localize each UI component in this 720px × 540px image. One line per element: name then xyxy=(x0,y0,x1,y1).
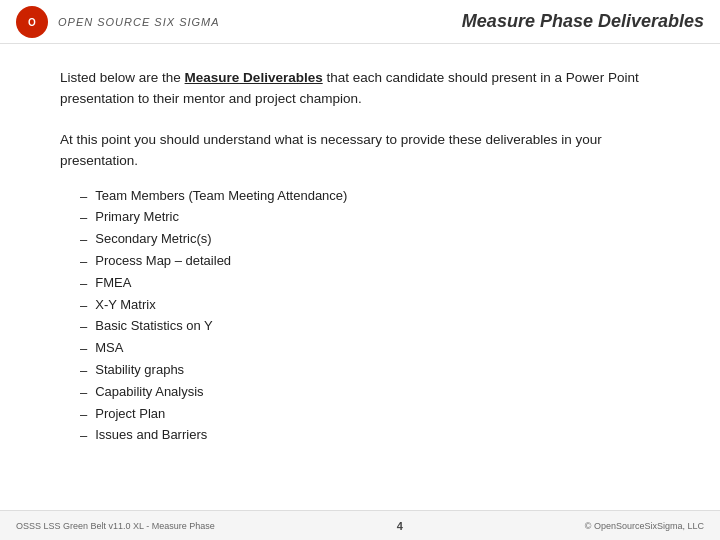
slide-title: Measure Phase Deliverables xyxy=(462,11,704,32)
svg-text:O: O xyxy=(28,17,36,28)
list-item-text: Secondary Metric(s) xyxy=(95,229,211,250)
bullet-dash-icon: – xyxy=(80,230,87,251)
list-item-text: MSA xyxy=(95,338,123,359)
footer-page-number: 4 xyxy=(397,520,403,532)
list-item-text: FMEA xyxy=(95,273,131,294)
intro-prefix: Listed below are the xyxy=(60,70,185,85)
header: O OPEN SOURCE SIX SIGMA Measure Phase De… xyxy=(0,0,720,44)
bullet-dash-icon: – xyxy=(80,361,87,382)
list-item: –Issues and Barriers xyxy=(80,425,660,447)
list-item-text: Team Members (Team Meeting Attendance) xyxy=(95,186,347,207)
bullet-dash-icon: – xyxy=(80,187,87,208)
list-item-text: Process Map – detailed xyxy=(95,251,231,272)
list-item: –Team Members (Team Meeting Attendance) xyxy=(80,186,660,208)
logo-text: OPEN SOURCE SIX SIGMA xyxy=(58,16,220,28)
bullet-dash-icon: – xyxy=(80,296,87,317)
body-paragraph: At this point you should understand what… xyxy=(60,130,660,172)
bullet-dash-icon: – xyxy=(80,317,87,338)
list-item: –Capability Analysis xyxy=(80,382,660,404)
footer-right: © OpenSourceSixSigma, LLC xyxy=(585,521,704,531)
list-item: –Process Map – detailed xyxy=(80,251,660,273)
list-item: –Project Plan xyxy=(80,404,660,426)
bullet-dash-icon: – xyxy=(80,426,87,447)
slide: O OPEN SOURCE SIX SIGMA Measure Phase De… xyxy=(0,0,720,540)
list-item: –Basic Statistics on Y xyxy=(80,316,660,338)
bullet-dash-icon: – xyxy=(80,208,87,229)
list-item: –MSA xyxy=(80,338,660,360)
bullet-dash-icon: – xyxy=(80,274,87,295)
list-item-text: Project Plan xyxy=(95,404,165,425)
list-item-text: Capability Analysis xyxy=(95,382,203,403)
bullet-dash-icon: – xyxy=(80,383,87,404)
footer: OSSS LSS Green Belt v11.0 XL - Measure P… xyxy=(0,510,720,540)
list-item-text: Stability graphs xyxy=(95,360,184,381)
list-item-text: Primary Metric xyxy=(95,207,179,228)
bullet-dash-icon: – xyxy=(80,339,87,360)
bullet-dash-icon: – xyxy=(80,252,87,273)
list-item-text: X-Y Matrix xyxy=(95,295,155,316)
logo-icon: O xyxy=(16,6,48,38)
list-item: –FMEA xyxy=(80,273,660,295)
intro-paragraph: Listed below are the Measure Deliverable… xyxy=(60,68,660,110)
list-item: –Stability graphs xyxy=(80,360,660,382)
list-item: –Primary Metric xyxy=(80,207,660,229)
list-item-text: Basic Statistics on Y xyxy=(95,316,213,337)
list-item: –X-Y Matrix xyxy=(80,295,660,317)
list-item-text: Issues and Barriers xyxy=(95,425,207,446)
footer-left: OSSS LSS Green Belt v11.0 XL - Measure P… xyxy=(16,521,215,531)
bullet-list: –Team Members (Team Meeting Attendance)–… xyxy=(80,186,660,448)
main-content: Listed below are the Measure Deliverable… xyxy=(0,44,720,467)
bullet-dash-icon: – xyxy=(80,405,87,426)
intro-bold: Measure Deliverables xyxy=(185,70,323,85)
header-left: O OPEN SOURCE SIX SIGMA xyxy=(16,6,220,38)
list-item: –Secondary Metric(s) xyxy=(80,229,660,251)
